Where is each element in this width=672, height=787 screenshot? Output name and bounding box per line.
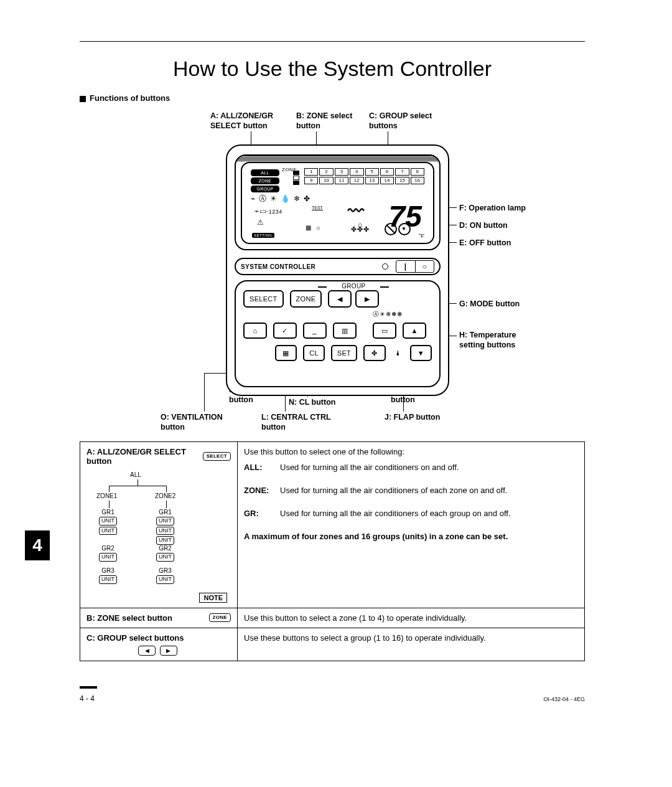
callout-f: F: Operation lamp — [459, 204, 526, 214]
mode-zone-pill: ZONE — [251, 177, 279, 184]
callout-h: H: Temperature setting buttons — [459, 331, 528, 350]
group-cell: 7 — [395, 168, 409, 176]
on-button[interactable]: | — [396, 261, 416, 272]
group-cell: 1 — [304, 168, 318, 176]
def-gr-term: GR: — [244, 509, 276, 518]
chapter-tab: 4 — [25, 530, 50, 560]
swirl-icon: 〰 — [348, 202, 364, 221]
set-button[interactable]: SET — [331, 345, 357, 361]
temperature-display: 75 — [389, 199, 422, 233]
group-cell: 12 — [350, 177, 363, 184]
cl-button[interactable]: CL — [303, 345, 325, 361]
group-cell: 14 — [380, 177, 394, 184]
off-button[interactable]: ○ — [416, 261, 434, 272]
callout-o: O: VENTILATION button — [161, 413, 229, 432]
mid-icons: ▦ ☼ — [306, 224, 322, 231]
group-cell: 9 — [304, 177, 318, 184]
callout-e: E: OFF button — [459, 238, 511, 248]
fan-level-icons: ✤✤✤ — [351, 225, 370, 233]
test-label: TEST — [312, 205, 323, 210]
fan-bold-icon: ✤ — [304, 194, 310, 203]
section-header: Functions of buttons — [80, 93, 585, 103]
callout-j: J: FLAP button — [385, 413, 440, 423]
fan-speed-button[interactable]: ✤ — [363, 345, 385, 361]
group-cell: 3 — [335, 168, 348, 176]
row-b-head: B: ZONE select button — [86, 613, 172, 623]
group-cell: 15 — [395, 177, 409, 184]
footer-bar — [80, 686, 97, 689]
def-zone-text: Used for turning all the air conditioner… — [280, 486, 578, 495]
mode-group-pill: GROUP — [251, 186, 279, 192]
thermometer-icon: 🌡 — [394, 349, 401, 357]
flap-button[interactable]: ⎯ — [303, 323, 327, 339]
select-mini-button: SELECT — [203, 452, 231, 461]
def-gr-text: Used for turning all the air conditioner… — [280, 509, 578, 518]
footer-page-number: 4 - 4 — [80, 694, 95, 703]
grid-button[interactable]: ▦ — [275, 345, 297, 361]
group-cell: 5 — [365, 168, 379, 176]
callout-g: G: MODE button — [459, 299, 520, 309]
operation-lamp — [382, 263, 388, 270]
warning-icon: ⚠ — [257, 218, 264, 227]
row-c-head: C: GROUP select buttons — [86, 633, 184, 643]
plug-icon: ⌁ — [251, 194, 255, 203]
controller-diagram: A: ALL/ZONE/GR SELECT button B: ZONE sel… — [142, 111, 528, 441]
def-all-text: Used for turning all the air conditioner… — [280, 463, 578, 472]
zone-indicator-icon — [293, 171, 299, 184]
hierarchy-diagram: ALL ZONE1 ZONE2 GR1 UNIT UNIT — [86, 471, 231, 589]
group-cell: 2 — [319, 168, 333, 176]
page-title: How to Use the System Controller — [80, 57, 585, 81]
group-cell: 4 — [350, 168, 363, 176]
callout-c: C: GROUP select buttons — [369, 111, 450, 131]
group-next-button[interactable]: ▶ — [355, 290, 379, 308]
lcd-screen: ALL ZONE GROUP ZONE 12345678910111213141… — [235, 154, 441, 250]
ventilation-button[interactable]: ⌂ — [243, 323, 267, 339]
def-all-term: ALL: — [244, 463, 276, 472]
group-cell: 11 — [335, 177, 348, 184]
temp-unit: °F — [419, 233, 424, 239]
callout-d: D: ON button — [459, 221, 508, 231]
setting-label: SETTING — [252, 233, 274, 238]
sun-icon: ☀ — [270, 194, 277, 203]
drop-icon: 💧 — [281, 194, 290, 203]
note-badge: NOTE — [199, 593, 227, 603]
group-cell: 13 — [365, 177, 379, 184]
row-c-desc: Use these buttons to select a group (1 t… — [238, 628, 585, 661]
device-label: SYSTEM CONTROLLER — [241, 263, 315, 270]
right-mini-button: ▶ — [160, 646, 177, 656]
a-circle-icon: Ⓐ — [259, 194, 266, 204]
button-panel: SELECT ZONE GROUP ◀ ▶ Ⓐ☀❄❅❋ ⌂ ✓ ⎯ ▥ — [235, 280, 441, 387]
callout-l: L: CENTRAL CTRL button — [261, 413, 336, 432]
mode-icons-row: Ⓐ☀❄❅❋ — [343, 310, 432, 319]
callout-b: B: ZONE select button — [296, 111, 371, 131]
central-button[interactable]: ▥ — [333, 323, 357, 339]
mode-all-pill: ALL — [251, 169, 279, 176]
mode-button[interactable]: ▭ — [373, 323, 396, 339]
group-cell: 6 — [380, 168, 394, 176]
snow-icon: ❄ — [294, 194, 300, 203]
row-b-desc: Use this button to select a zone (1 to 4… — [238, 608, 585, 628]
group-prev-button[interactable]: ◀ — [328, 290, 352, 308]
row-a-desc: Use this button to select one of the fol… — [244, 447, 578, 456]
zone-mini-button: ZONE — [209, 613, 231, 622]
function-table: A: ALL/ZONE/GR SELECT button SELECT ALL … — [80, 441, 585, 661]
group-label: GROUP — [342, 283, 365, 290]
group-cell: 10 — [319, 177, 333, 184]
row-a-head: A: ALL/ZONE/GR SELECT button — [86, 447, 199, 466]
zone-button[interactable]: ZONE — [290, 290, 322, 308]
group-cell: 16 — [411, 177, 424, 184]
callout-a: A: ALL/ZONE/GR SELECT button — [210, 111, 291, 131]
left-mini-button: ◀ — [138, 646, 156, 656]
check-button[interactable]: ✓ — [273, 323, 297, 339]
note-text: A maximum of four zones and 16 groups (u… — [244, 532, 578, 541]
temp-up-button[interactable]: ▲ — [403, 323, 426, 339]
callout-n: N: CL button — [289, 398, 335, 408]
group-cell: 8 — [411, 168, 424, 176]
footer-doc-id: OI-432-04 - 4EG — [543, 696, 585, 702]
system-controller-device: ALL ZONE GROUP ZONE 12345678910111213141… — [226, 144, 449, 396]
def-zone-term: ZONE: — [244, 486, 276, 495]
temp-down-button[interactable]: ▼ — [410, 345, 432, 361]
group-number-grid: 12345678910111213141516 — [304, 168, 424, 184]
select-button[interactable]: SELECT — [243, 290, 284, 308]
